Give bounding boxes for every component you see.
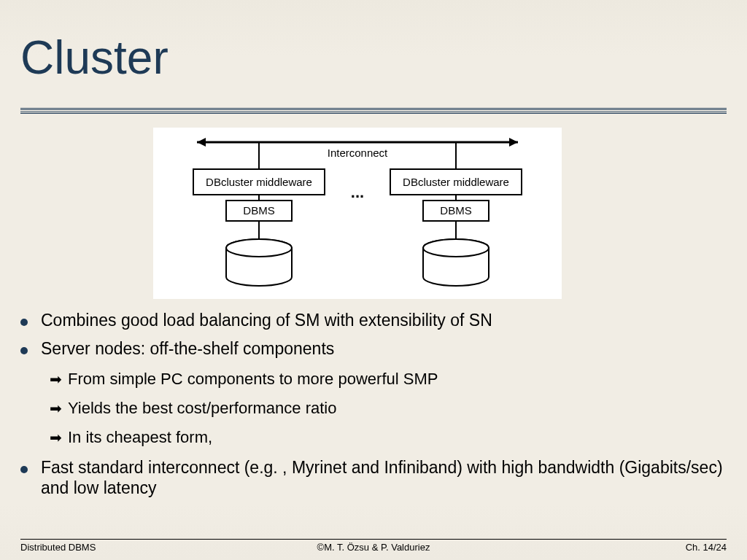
sub-bullet-1: ➡ From simple PC components to more powe… [50,370,727,389]
sub-1-text: From simple PC components to more powerf… [68,370,438,389]
content-area: Combines good load balancing of SM with … [20,310,727,506]
footer-left: Distributed DBMS [20,542,96,553]
bottom-divider [20,539,727,540]
svg-point-10 [226,239,292,257]
bullet-1-text: Combines good load balancing of SM with … [41,310,492,331]
bullet-icon [20,319,28,326]
svg-marker-2 [509,138,518,147]
svg-marker-1 [197,138,206,147]
title-divider [20,108,727,114]
bullet-3: Fast standard interconnect (e.g. , Myrin… [20,457,727,499]
sub-bullet-3: ➡ In its cheapest form, [50,428,727,447]
left-middleware-label: DBcluster middleware [206,176,312,188]
sub-bullet-2: ➡ Yields the best cost/performance ratio [50,399,727,418]
page-title: Cluster [20,31,169,85]
footer: Distributed DBMS ©M. T. Özsu & P. Valdur… [20,542,727,553]
footer-center: ©M. T. Özsu & P. Valduriez [317,542,430,553]
interconnect-label: Interconnect [328,147,388,159]
right-dbms-label: DBMS [440,204,471,217]
footer-right: Ch. 14/24 [686,542,727,553]
left-dbms-label: DBMS [243,204,274,217]
bullet-icon [20,347,28,354]
right-middleware-label: DBcluster middleware [403,176,509,188]
bullet-3-text: Fast standard interconnect (e.g. , Myrin… [41,457,727,499]
sub-2-text: Yields the best cost/performance ratio [68,399,336,418]
cluster-diagram-svg: Interconnect DBcluster middleware DBMS D… [153,128,562,299]
svg-point-16 [423,239,489,257]
ellipsis-label: ... [351,183,364,201]
diagram: Interconnect DBcluster middleware DBMS D… [153,128,562,299]
arrow-icon: ➡ [50,429,62,446]
title-divider-line [20,112,727,112]
arrow-icon: ➡ [50,400,62,417]
bullet-1: Combines good load balancing of SM with … [20,310,727,331]
bullet-2: Server nodes: off-the-shelf components [20,338,727,359]
arrow-icon: ➡ [50,370,62,388]
slide: Cluster Interconnect DBcluster middlewar… [0,0,747,560]
bullet-2-text: Server nodes: off-the-shelf components [41,338,334,359]
sub-3-text: In its cheapest form, [68,428,212,447]
bullet-icon [20,466,28,473]
